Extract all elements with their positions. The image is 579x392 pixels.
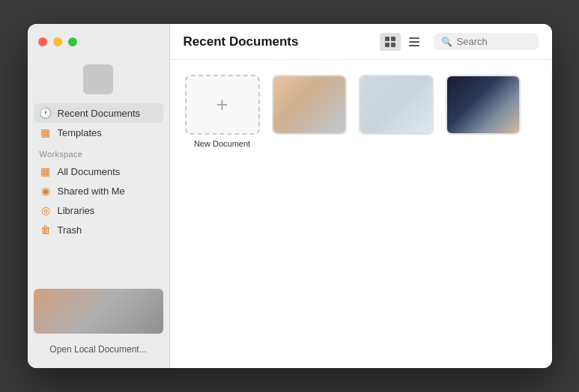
close-button[interactable] <box>38 37 47 46</box>
sidebar-item-libraries[interactable]: ◎ Libraries <box>34 200 163 220</box>
sidebar-item-label: Recent Documents <box>58 108 141 119</box>
sidebar-item-label: Trash <box>58 224 82 236</box>
new-document-tile[interactable]: + New Document <box>185 75 260 148</box>
sidebar-item-templates[interactable]: ▦ Templates <box>34 123 163 142</box>
sidebar-item-label: Templates <box>58 127 102 138</box>
thumb-image-1 <box>273 76 345 133</box>
svg-rect-6 <box>409 45 419 46</box>
grid-view-button[interactable] <box>380 33 401 51</box>
document-tile-3[interactable] <box>446 75 521 148</box>
document-tile-1[interactable] <box>272 75 347 148</box>
svg-rect-4 <box>409 37 419 39</box>
sidebar-item-label: All Documents <box>58 166 121 177</box>
templates-icon: ▦ <box>40 126 52 138</box>
sidebar-bottom: Open Local Document... <box>28 280 169 368</box>
all-documents-icon: ▦ <box>40 165 52 177</box>
trash-icon: 🗑 <box>40 224 52 236</box>
thumb-image-2 <box>360 76 432 133</box>
titlebar <box>28 24 169 60</box>
libraries-icon: ◎ <box>40 204 52 216</box>
sidebar-nav: 🕐 Recent Documents ▦ Templates Workspace… <box>28 103 169 280</box>
main-content: + New Document <box>170 60 552 368</box>
search-input[interactable] <box>457 36 531 47</box>
workspace-section-label: Workspace <box>34 142 163 162</box>
document-thumb-2 <box>359 75 434 135</box>
search-icon: 🔍 <box>441 37 452 47</box>
open-local-button[interactable]: Open Local Document... <box>34 340 163 359</box>
svg-rect-1 <box>391 37 395 41</box>
document-thumb-3 <box>446 75 521 135</box>
grid-icon <box>384 36 396 48</box>
sidebar: 🕐 Recent Documents ▦ Templates Workspace… <box>28 24 170 368</box>
page-title: Recent Documents <box>184 34 380 49</box>
new-document-label: New Document <box>194 139 250 148</box>
minimize-button[interactable] <box>53 37 62 46</box>
view-controls <box>380 33 425 51</box>
sidebar-item-shared-with-me[interactable]: ◉ Shared with Me <box>34 181 163 200</box>
avatar <box>83 64 113 94</box>
search-box: 🔍 <box>434 33 539 50</box>
document-tile-2[interactable] <box>359 75 434 148</box>
recent-documents-icon: 🕐 <box>40 107 52 119</box>
new-document-thumb: + <box>185 75 260 135</box>
fullscreen-button[interactable] <box>68 37 77 46</box>
list-icon <box>408 36 420 48</box>
sidebar-item-all-documents[interactable]: ▦ All Documents <box>34 162 163 181</box>
svg-rect-3 <box>391 43 395 47</box>
svg-rect-0 <box>385 37 389 41</box>
app-window: 🕐 Recent Documents ▦ Templates Workspace… <box>28 24 552 368</box>
main-header: Recent Documents <box>170 24 552 60</box>
svg-rect-5 <box>409 41 419 43</box>
sidebar-item-label: Shared with Me <box>58 186 125 197</box>
plus-icon: + <box>216 93 228 117</box>
list-view-button[interactable] <box>404 33 425 51</box>
thumb-image-3 <box>447 76 519 133</box>
main-panel: Recent Documents <box>170 24 552 368</box>
document-thumb-1 <box>272 75 347 135</box>
svg-rect-2 <box>385 43 389 47</box>
shared-with-me-icon: ◉ <box>40 185 52 197</box>
sidebar-item-recent-documents[interactable]: 🕐 Recent Documents <box>34 103 163 123</box>
sidebar-item-label: Libraries <box>58 205 95 216</box>
recent-thumbnail <box>34 289 163 334</box>
sidebar-item-trash[interactable]: 🗑 Trash <box>34 220 163 239</box>
